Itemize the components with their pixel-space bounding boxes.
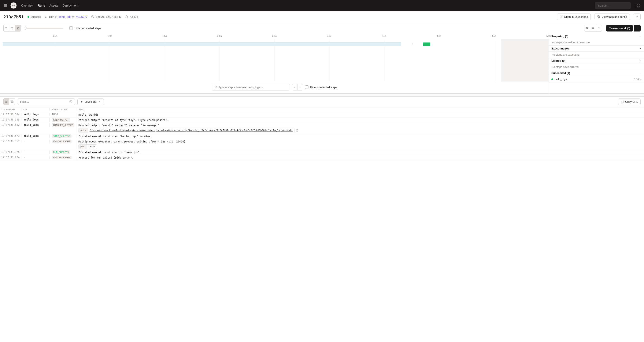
section-errored[interactable]: Errored (0) (549, 58, 644, 64)
svg-point-7 (598, 16, 598, 16)
log-row[interactable]: 12:07:31.175-RUN_SUCCESSFinished executi… (0, 150, 644, 155)
status-dot-icon (28, 16, 29, 18)
log-row[interactable]: 12:07:30.573hello_logsSTEP_SUCCESSFinish… (0, 134, 644, 139)
reexecute-dropdown-button[interactable] (634, 25, 640, 32)
tag-icon (597, 15, 600, 18)
log-info: Process for run exited (pid: 25434). (76, 156, 644, 160)
logs-view-switch (4, 98, 15, 105)
run-of-label: Run of (49, 15, 57, 18)
log-ts: 12:07:31.162 (0, 140, 21, 143)
nav-assets[interactable]: Assets (49, 4, 58, 7)
succeeded-step[interactable]: hello_logs 0.065s (552, 78, 642, 81)
svg-rect-10 (592, 28, 594, 29)
gantt-view-mode (4, 25, 21, 32)
section-errored-body: No steps have errored (549, 64, 644, 70)
copy-icon[interactable] (296, 129, 299, 132)
chevron-down-icon (636, 15, 639, 18)
svg-rect-9 (592, 27, 594, 28)
step-nav-down-button[interactable] (292, 84, 298, 90)
hide-unselected-checkbox[interactable]: Hide unselected steps (305, 86, 337, 89)
nav-runs[interactable]: Runs (38, 4, 45, 7)
log-row[interactable]: 12:07:31.162-ENGINE_EVENTMultiprocess ex… (0, 139, 644, 150)
refresh-icon (44, 15, 48, 18)
chevron-up-icon (299, 86, 301, 88)
dagster-logo-icon[interactable] (10, 2, 17, 9)
success-dot-icon (552, 78, 553, 80)
levels-dropdown[interactable]: Levels (5) (78, 98, 104, 105)
gantt-rows (0, 39, 549, 82)
step-subset-input[interactable] (212, 84, 290, 90)
view-timed-button[interactable] (15, 25, 21, 32)
chevron-down-icon (98, 100, 101, 103)
run-job-link: Run of demo_job @ 4f105077 (44, 15, 87, 18)
log-meta: pid25434 (78, 144, 97, 149)
log-event-type: INFO (50, 113, 76, 116)
open-launchpad-button[interactable]: Open in Launchpad (557, 14, 591, 20)
display-mode-1-button[interactable] (584, 25, 590, 32)
log-info: Handled output "result" using IO manager… (76, 124, 644, 133)
hamburger-icon[interactable] (4, 4, 8, 8)
more-actions-button[interactable] (634, 14, 640, 20)
log-op: - (21, 156, 50, 159)
run-id: 219c7b51 (4, 14, 24, 20)
log-op: - (21, 150, 50, 154)
subset-icon (214, 86, 217, 89)
gantt-bar-prep (3, 42, 401, 46)
col-timestamp: Timestamp (0, 108, 21, 111)
horizontal-divider[interactable] (0, 94, 644, 96)
copy-url-button[interactable]: Copy URL (618, 98, 640, 105)
log-info: Hello, world! (76, 113, 644, 117)
log-op: hello_logs (21, 134, 50, 138)
tick-label: 2.5s (272, 34, 276, 37)
log-event-type: RUN_SUCCESS (50, 150, 76, 154)
hide-not-started-checkbox[interactable]: Hide not started steps (69, 26, 101, 30)
gantt-display-mode (584, 25, 602, 32)
job-link[interactable]: demo_job (58, 15, 70, 18)
global-search[interactable]: / (595, 2, 631, 9)
log-info: Multiprocess executor: parent process ex… (76, 140, 644, 149)
settings-icon[interactable] (636, 4, 640, 8)
section-executing-body: No steps are executing (549, 52, 644, 58)
log-row[interactable]: 12:07:31.204-ENGINE_EVENTProcess for run… (0, 155, 644, 160)
log-row[interactable]: 12:07:30.535hello_logsSTEP_OUTPUTYielded… (0, 118, 644, 123)
display-mode-2-button[interactable] (590, 25, 596, 32)
logs-filter-input[interactable] (20, 100, 68, 103)
run-duration: 4.567s (125, 15, 138, 18)
checkbox-icon (69, 26, 73, 30)
log-row[interactable]: 12:07:30.524hello_logsINFOHello, world! (0, 112, 644, 118)
section-executing[interactable]: Executing (0) (549, 46, 644, 52)
logs-structured-button[interactable] (4, 98, 9, 105)
log-event-type: STEP_SUCCESS (50, 134, 76, 138)
nav-overview[interactable]: Overview (21, 4, 34, 7)
log-op: hello_logs (21, 118, 50, 121)
nav-deployment[interactable]: Deployment (62, 4, 78, 7)
view-waterfall-button[interactable] (4, 25, 9, 32)
status-text: Success (30, 15, 41, 18)
zoom-slider[interactable] (25, 28, 64, 28)
reexecute-button[interactable]: Re-execute all (*) (606, 25, 633, 32)
log-ts: 12:07:30.535 (0, 118, 21, 121)
svg-rect-14 (622, 101, 623, 103)
logs-toolbar: Levels (5) Copy URL (0, 96, 644, 107)
logs-raw-button[interactable] (9, 98, 15, 105)
clear-icon[interactable] (69, 100, 72, 103)
view-flat-button[interactable] (9, 25, 15, 32)
step-subset-field[interactable] (218, 86, 288, 89)
search-input[interactable] (598, 4, 634, 7)
clock-icon (91, 15, 94, 18)
step-nav-up-button[interactable] (298, 84, 303, 90)
display-mode-3-button[interactable] (596, 25, 602, 32)
section-preparing[interactable]: Preparing (0) (549, 34, 644, 39)
run-status: Success (28, 15, 41, 18)
logs-filter[interactable] (18, 98, 75, 105)
log-meta: path/Users/erincochran/Desktop/dagster-e… (78, 128, 294, 133)
view-tags-button[interactable]: View tags and config (594, 14, 630, 20)
section-succeeded[interactable]: Succeeded (1) (549, 70, 644, 76)
run-header: 219c7b51 Success Run of demo_job @ 4f105… (0, 11, 644, 23)
job-hash-link[interactable]: 4f105077 (76, 15, 87, 18)
log-row[interactable]: 12:07:30.562hello_logsHANDLED_OUTPUTHand… (0, 123, 644, 134)
log-meta-link[interactable]: /Users/erincochran/Desktop/dagster-examp… (90, 129, 292, 132)
gantt-step-row[interactable] (3, 42, 549, 46)
zoom-thumb[interactable] (24, 27, 27, 30)
tick-label: 3.5s (382, 34, 386, 37)
